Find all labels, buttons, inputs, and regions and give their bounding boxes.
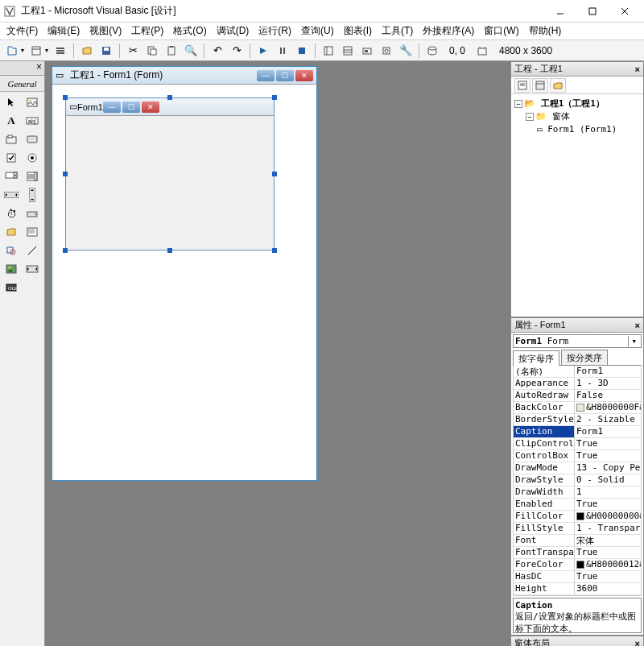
resize-handle[interactable] xyxy=(63,172,68,176)
menu-diagram[interactable]: 图表(I) xyxy=(339,23,377,39)
property-row[interactable]: AutoRedrawFalse xyxy=(514,390,641,402)
find-button[interactable]: 🔍 xyxy=(182,42,200,60)
drivelistbox-tool[interactable] xyxy=(23,205,42,222)
tree-forms-folder[interactable]: 窗体 xyxy=(552,111,570,122)
property-row[interactable]: Appearance1 - 3D xyxy=(514,378,641,390)
property-row[interactable]: (名称)Form1 xyxy=(514,366,641,378)
menu-help[interactable]: 帮助(H) xyxy=(524,23,567,39)
view-object-button[interactable] xyxy=(532,78,548,93)
form-layout-button[interactable] xyxy=(358,42,376,60)
run-button[interactable] xyxy=(254,42,272,60)
property-row[interactable]: Font宋体 xyxy=(514,535,641,547)
filelistbox-tool[interactable] xyxy=(23,223,42,241)
vscrollbar-tool[interactable] xyxy=(23,186,42,204)
property-row[interactable]: DrawStyle0 - Solid xyxy=(514,474,641,487)
stop-button[interactable] xyxy=(293,42,311,60)
textbox-tool[interactable]: ab| xyxy=(23,112,42,130)
property-row[interactable]: Height3600 xyxy=(514,583,641,595)
close-button[interactable] xyxy=(609,1,641,22)
menu-edit[interactable]: 编辑(E) xyxy=(43,23,85,39)
redo-button[interactable]: ↷ xyxy=(228,42,246,60)
combobox-tool[interactable] xyxy=(2,168,21,185)
resize-handle[interactable] xyxy=(272,172,277,176)
property-row[interactable]: DrawWidth1 xyxy=(514,487,641,499)
maximize-button[interactable] xyxy=(576,1,609,22)
resize-handle[interactable] xyxy=(272,95,277,100)
picturebox-tool[interactable] xyxy=(23,93,42,111)
timer-tool[interactable]: ⏱ xyxy=(2,205,21,222)
dirlistbox-tool[interactable] xyxy=(2,223,21,241)
view-code-button[interactable] xyxy=(514,78,530,93)
form1-designer[interactable]: ▭ Form1 — ☐ ✕ xyxy=(65,97,275,251)
image-tool[interactable] xyxy=(2,260,21,278)
properties-window-button[interactable] xyxy=(339,42,357,60)
property-row[interactable]: ForeColor&H80000012& xyxy=(514,559,641,571)
menu-run[interactable]: 运行(R) xyxy=(254,23,296,39)
properties-grid[interactable]: (名称)Form1Appearance1 - 3DAutoRedrawFalse… xyxy=(513,366,642,596)
tab-alphabetic[interactable]: 按字母序 xyxy=(513,350,559,366)
toolbox-close-button[interactable]: × xyxy=(0,61,44,76)
data-tool[interactable] xyxy=(23,260,42,278)
menu-window[interactable]: 窗口(W) xyxy=(479,23,523,39)
commandbutton-tool[interactable] xyxy=(23,130,42,148)
tab-categorized[interactable]: 按分类序 xyxy=(561,350,608,365)
line-tool[interactable] xyxy=(23,242,42,259)
cut-button[interactable]: ✂ xyxy=(124,42,142,60)
resize-handle[interactable] xyxy=(63,95,68,100)
dropdown-arrow-icon[interactable]: ▾ xyxy=(628,336,639,346)
menu-debug[interactable]: 调试(D) xyxy=(212,23,254,39)
menu-project[interactable]: 工程(P) xyxy=(126,23,168,39)
minimize-button[interactable] xyxy=(544,1,576,22)
shape-tool[interactable] xyxy=(2,242,21,259)
panel-close-button[interactable]: × xyxy=(635,321,640,330)
property-row[interactable]: FillColor&H00000000& xyxy=(514,511,641,523)
toolbox-button[interactable]: 🔧 xyxy=(397,42,415,60)
open-button[interactable] xyxy=(78,42,96,60)
data-view-button[interactable] xyxy=(423,42,441,60)
add-form-button[interactable] xyxy=(27,42,45,60)
property-row[interactable]: CaptionForm1 xyxy=(514,426,641,438)
add-project-button[interactable] xyxy=(3,42,21,60)
property-row[interactable]: FontTransparentTrue xyxy=(514,547,641,559)
frame-tool[interactable] xyxy=(2,130,21,148)
ole-tool[interactable]: OLE xyxy=(2,279,21,296)
dropdown-arrow-icon[interactable]: ▾ xyxy=(21,47,26,54)
project-tree[interactable]: −📂 工程1（工程1） −📁 窗体 ▭ Form1 (Form1) xyxy=(511,94,643,317)
form-design-surface[interactable] xyxy=(66,116,274,250)
project-explorer-button[interactable] xyxy=(320,42,337,60)
tree-form1-node[interactable]: Form1 (Form1) xyxy=(547,124,617,135)
optionbutton-tool[interactable] xyxy=(23,149,42,167)
pointer-tool[interactable] xyxy=(2,93,21,111)
property-row[interactable]: ControlBoxTrue xyxy=(514,450,641,462)
resize-handle[interactable] xyxy=(167,95,172,100)
undo-button[interactable]: ↶ xyxy=(208,42,226,60)
listbox-tool[interactable] xyxy=(23,168,42,185)
property-row[interactable]: BorderStyle2 - Sizable xyxy=(514,414,641,426)
resize-handle[interactable] xyxy=(63,248,68,253)
object-selector-combo[interactable]: Form1 Form ▾ xyxy=(513,334,642,348)
menu-addins[interactable]: 外接程序(A) xyxy=(418,23,479,39)
property-row[interactable]: BackColor&H8000000F& xyxy=(514,402,641,414)
toggle-folders-button[interactable] xyxy=(550,78,566,93)
property-row[interactable]: ClipControlsTrue xyxy=(514,438,641,450)
property-row[interactable]: HasDCTrue xyxy=(514,571,641,583)
property-row[interactable]: DrawMode13 - Copy Pen xyxy=(514,462,641,474)
pause-button[interactable] xyxy=(274,42,291,60)
resize-handle[interactable] xyxy=(167,248,172,253)
object-browser-button[interactable] xyxy=(378,42,395,60)
copy-button[interactable] xyxy=(143,42,161,60)
checkbox-tool[interactable] xyxy=(2,149,21,167)
tree-project-node[interactable]: 工程1（工程1） xyxy=(541,98,605,109)
resize-handle[interactable] xyxy=(272,248,277,253)
menu-format[interactable]: 格式(O) xyxy=(168,23,211,39)
designer-close-button[interactable]: ✕ xyxy=(295,70,313,81)
panel-close-button[interactable]: × xyxy=(635,64,640,74)
save-button[interactable] xyxy=(97,42,115,60)
label-tool[interactable]: A xyxy=(2,112,21,130)
designer-minimize-button[interactable]: — xyxy=(257,70,275,81)
menu-view[interactable]: 视图(V) xyxy=(85,23,126,39)
form-designer-window[interactable]: ▭ 工程1 - Form1 (Form) — ☐ ✕ xyxy=(52,66,317,481)
panel-close-button[interactable]: × xyxy=(635,639,640,647)
dropdown-arrow-icon[interactable]: ▾ xyxy=(45,47,50,54)
menu-file[interactable]: 文件(F) xyxy=(2,23,43,39)
